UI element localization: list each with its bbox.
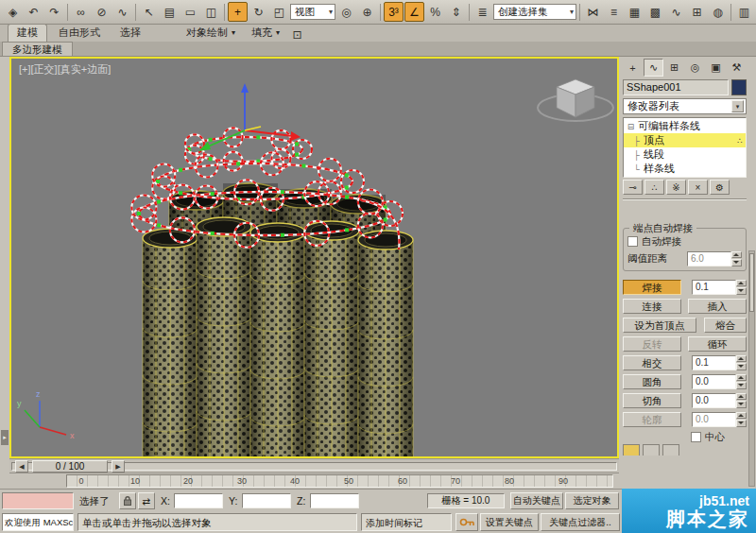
tab-display-icon[interactable]: ▣ <box>706 59 726 77</box>
weld-value[interactable]: 0.1 <box>692 280 736 295</box>
redo-icon[interactable]: ↷ <box>44 2 64 22</box>
spinner-arrows[interactable] <box>736 280 747 295</box>
outline-spinner[interactable]: 0.0 <box>692 412 747 427</box>
make-first-button[interactable]: 设为首顶点 <box>623 318 696 333</box>
outline-value[interactable]: 0.0 <box>692 412 736 427</box>
time-slider-handle[interactable]: 0 / 100 <box>32 460 108 473</box>
viewport-label[interactable]: [+][正交][真实+边面] <box>19 63 111 75</box>
tab-create-icon[interactable]: + <box>623 59 643 77</box>
curve-editor-icon[interactable]: ∿ <box>666 2 686 22</box>
select-and-move-icon[interactable]: + <box>228 2 248 22</box>
stack-item-segment[interactable]: ├ 线段 <box>624 147 746 162</box>
angle-snap-icon[interactable]: ∠ <box>404 2 424 22</box>
schematic-view-icon[interactable]: ⊞ <box>687 2 707 22</box>
graphite-ribbon-icon[interactable]: ▩ <box>645 2 665 22</box>
boolean-icon[interactable] <box>662 444 679 456</box>
cross-insert-button[interactable]: 相交 <box>623 355 681 370</box>
selection-lock-icon[interactable] <box>119 492 136 509</box>
spinner-arrows[interactable] <box>731 251 742 266</box>
outline-button[interactable]: 轮廓 <box>623 412 681 427</box>
set-key-icon[interactable] <box>455 513 478 531</box>
select-and-manipulate-icon[interactable]: ⊕ <box>357 2 377 22</box>
spinner-arrows[interactable] <box>736 393 747 408</box>
selected-filter-dropdown[interactable]: 选定对象 <box>565 492 619 509</box>
window-crossing-icon[interactable]: ◫ <box>201 2 221 22</box>
weld-button[interactable]: 焊接 <box>623 280 681 295</box>
insert-button[interactable]: 插入 <box>688 299 747 314</box>
x-coordinate-field[interactable] <box>174 493 223 508</box>
unlink-selection-icon[interactable]: ⊘ <box>92 2 112 22</box>
reverse-button[interactable]: 反转 <box>623 336 681 352</box>
tab-motion-icon[interactable]: ◎ <box>685 59 705 77</box>
set-key-button[interactable]: 设置关键点 <box>480 513 539 531</box>
viewport-canvas[interactable]: [+][正交][真实+边面] <box>11 59 617 456</box>
track-bar[interactable]: 0 10 20 30 40 50 60 70 80 90 <box>0 473 621 489</box>
select-object-icon[interactable]: ↖ <box>139 2 159 22</box>
ribbon-panel-object-paint[interactable]: 对象绘制 ▾ <box>180 25 242 42</box>
object-name-field[interactable]: SShape001 <box>623 79 729 95</box>
tab-utilities-icon[interactable]: ⚒ <box>727 59 747 77</box>
auto-key-button[interactable]: 自动关键点 <box>510 492 563 509</box>
reference-coordinate-dropdown[interactable]: 视图 ▾ <box>290 4 335 20</box>
active-viewport[interactable]: [+][正交][真实+边面] <box>9 57 619 458</box>
connect-button[interactable]: 连接 <box>623 299 681 314</box>
configure-modifier-sets-icon[interactable]: ⚙ <box>710 180 730 195</box>
application-menu-icon[interactable]: ◈ <box>3 2 23 22</box>
stack-item-spline[interactable]: └ 样条线 <box>624 162 746 176</box>
cycle-button[interactable]: 循环 <box>688 336 747 352</box>
ribbon-panel-polygon-modeling[interactable]: 多边形建模 <box>2 42 73 56</box>
tab-hierarchy-icon[interactable]: ⊞ <box>664 59 684 77</box>
scrollbar-thumb[interactable] <box>749 253 754 312</box>
auto-weld-checkbox[interactable] <box>627 236 638 247</box>
chamfer-value[interactable]: 0.0 <box>692 393 736 408</box>
edit-named-selection-sets-icon[interactable]: ≣ <box>472 2 492 22</box>
add-time-tag[interactable]: 添加时间标记 <box>361 513 452 531</box>
viewport-layout-tab-icon[interactable]: ▸ <box>1 430 9 445</box>
object-color-swatch[interactable] <box>731 79 747 95</box>
cross-insert-value[interactable]: 0.1 <box>692 355 736 370</box>
fillet-button[interactable]: 圆角 <box>623 374 681 389</box>
ribbon-tab-freeform[interactable]: 自由形式 <box>50 25 109 42</box>
rectangular-selection-region-icon[interactable]: ▭ <box>180 2 200 22</box>
boolean-icon[interactable] <box>643 444 660 456</box>
key-filters-button[interactable]: 关键点过滤器.. <box>541 513 620 531</box>
ribbon-panel-populate[interactable]: 填充 ▾ <box>245 25 286 42</box>
material-editor-icon[interactable]: ◍ <box>708 2 728 22</box>
spinner-arrows[interactable] <box>736 374 747 389</box>
cross-insert-spinner[interactable]: 0.1 <box>692 355 747 370</box>
ribbon-tab-selection[interactable]: 选择 <box>112 25 149 42</box>
boolean-icon[interactable] <box>623 444 640 456</box>
panel-scrollbar[interactable] <box>748 250 755 487</box>
ribbon-options-icon[interactable]: ⊡ <box>289 27 305 42</box>
fuse-button[interactable]: 熔合 <box>704 318 747 333</box>
mirror-icon[interactable]: ⋈ <box>583 2 603 22</box>
select-and-rotate-icon[interactable]: ↻ <box>249 2 268 22</box>
select-and-scale-icon[interactable]: ◰ <box>269 2 289 22</box>
remove-modifier-icon[interactable]: × <box>688 180 708 195</box>
ribbon-tab-modeling[interactable]: 建模 <box>8 24 47 42</box>
maxscript-mini-listener[interactable]: 欢迎使用 MAXSc <box>2 513 74 531</box>
tab-modify-icon[interactable]: ∿ <box>644 59 663 77</box>
auto-weld-checkbox-row[interactable]: 自动焊接 <box>627 234 742 249</box>
previous-frame-icon[interactable]: ◀ <box>15 460 28 473</box>
bind-to-spacewarp-icon[interactable]: ∿ <box>112 2 132 22</box>
track-bar-ruler[interactable]: 0 10 20 30 40 50 60 70 80 90 <box>66 474 613 488</box>
weld-spinner[interactable]: 0.1 <box>692 280 747 295</box>
snap-toggle-3d-icon[interactable]: 3³ <box>384 2 404 22</box>
spinner-arrows[interactable] <box>736 355 747 370</box>
modifier-list-dropdown[interactable]: 修改器列表 ▾ <box>623 98 747 114</box>
maxscript-macro-recorder[interactable] <box>2 492 74 509</box>
next-frame-icon[interactable]: ▶ <box>112 460 125 473</box>
threshold-spinner[interactable]: 6.0 <box>687 251 742 266</box>
fillet-value[interactable]: 0.0 <box>692 374 736 389</box>
pin-stack-icon[interactable]: ⊸ <box>623 180 643 195</box>
show-end-result-icon[interactable]: ∴ <box>644 180 664 195</box>
chamfer-button[interactable]: 切角 <box>623 393 681 408</box>
center-checkbox[interactable] <box>691 432 701 442</box>
stack-item-editable-spline[interactable]: ⊟ 可编辑样条线 <box>624 119 746 133</box>
use-pivot-center-icon[interactable]: ◎ <box>336 2 356 22</box>
stack-item-vertex[interactable]: ├ 顶点 ∴ <box>624 133 746 147</box>
spinner-snap-icon[interactable]: ⇕ <box>446 2 466 22</box>
threshold-value[interactable]: 6.0 <box>687 251 731 266</box>
align-icon[interactable]: ≡ <box>604 2 624 22</box>
